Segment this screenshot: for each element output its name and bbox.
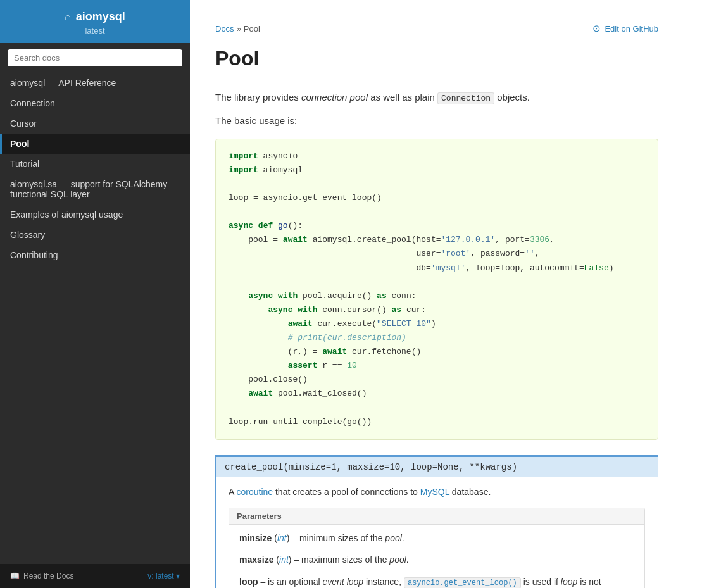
breadcrumb-separator: » [237, 24, 241, 34]
params-header: Parameters [229, 508, 644, 525]
rtd-logo: 📖 Read the Docs [10, 572, 73, 580]
coroutine-link[interactable]: coroutine [236, 487, 273, 497]
param-name-maxsize: maxsize [239, 554, 273, 565]
sidebar-version: latest [8, 26, 182, 35]
api-desc-mid: that creates a pool of connections to [273, 487, 420, 497]
mysql-link[interactable]: MySQL [420, 487, 449, 497]
params-list: minsize (int) – minimum sizes of the poo… [229, 525, 644, 588]
github-icon: ⊙ [592, 23, 601, 34]
param-type-maxsize: int [279, 554, 289, 565]
sidebar-item-contributing[interactable]: Contributing [0, 245, 190, 265]
edit-github-link[interactable]: ⊙ Edit on GitHub [592, 23, 658, 34]
sidebar-item-examples[interactable]: Examples of aiomysql usage [0, 204, 190, 225]
api-signature: create_pool(minsize=1, maxsize=10, loop=… [225, 462, 517, 472]
intro-paragraph: The library provides connection pool as … [215, 90, 658, 106]
api-body: A coroutine that creates a pool of conne… [216, 477, 658, 588]
param-desc-maxsize: – maximum sizes of the pool. [294, 554, 408, 565]
basic-usage-text: The basic usage is: [215, 113, 658, 128]
search-box-wrap [0, 43, 190, 73]
param-minsize: minsize (int) – minimum sizes of the poo… [239, 531, 634, 545]
sidebar-item-pool[interactable]: Pool [0, 134, 190, 154]
breadcrumb-left: Docs » Pool [215, 24, 260, 34]
param-code-loop: asyncio.get_event_loop() [404, 577, 521, 588]
content-wrap: Docs » Pool ⊙ Edit on GitHub Pool The li… [190, 0, 684, 588]
sidebar-nav: aiomysql — API Reference Connection Curs… [0, 73, 190, 265]
api-section: create_pool(minsize=1, maxsize=10, loop=… [215, 455, 658, 588]
sidebar-item-connection[interactable]: Connection [0, 93, 190, 113]
api-description: A coroutine that creates a pool of conne… [229, 485, 645, 499]
params-box: Parameters minsize (int) – minimum sizes… [229, 508, 645, 588]
version-badge[interactable]: v: latest ▾ [147, 572, 180, 580]
home-icon: ⌂ [65, 11, 71, 23]
param-desc-loop: – is an optional event loop instance, as… [239, 577, 601, 588]
param-type-minsize: int [277, 533, 287, 543]
param-name-loop: loop [239, 577, 258, 587]
intro-end: objects. [494, 92, 530, 103]
sidebar-title: aiomysql [76, 10, 125, 23]
sidebar-item-tutorial[interactable]: Tutorial [0, 154, 190, 174]
breadcrumb-current: Pool [244, 24, 260, 34]
param-name-minsize: minsize [239, 533, 272, 543]
breadcrumb-docs-link[interactable]: Docs [215, 24, 234, 34]
search-input[interactable] [8, 49, 182, 66]
version-text: v: latest [147, 572, 173, 580]
sidebar-logo-row: ⌂ aiomysql [8, 10, 182, 23]
sidebar-header: ⌂ aiomysql latest [0, 0, 190, 43]
book-icon: 📖 [10, 572, 20, 580]
sidebar-footer: 📖 Read the Docs v: latest ▾ [0, 564, 190, 588]
param-loop: loop – is an optional event loop instanc… [239, 575, 634, 588]
sidebar: ⌂ aiomysql latest aiomysql — API Referen… [0, 0, 190, 588]
api-desc-after: database. [449, 487, 491, 497]
intro-mid: as well as plain [368, 92, 437, 103]
sidebar-item-glossary[interactable]: Glossary [0, 225, 190, 245]
edit-github-label: Edit on GitHub [605, 24, 658, 34]
code-block: import asyncio import aiomysql loop = as… [215, 139, 658, 440]
intro-italic: connection pool [301, 92, 368, 103]
param-desc-minsize: – minimum sizes of the pool. [292, 533, 404, 543]
sidebar-item-api-reference[interactable]: aiomysql — API Reference [0, 73, 190, 93]
rtd-label: Read the Docs [23, 572, 73, 580]
main-content: Docs » Pool ⊙ Edit on GitHub Pool The li… [190, 0, 702, 588]
api-header: create_pool(minsize=1, maxsize=10, loop=… [216, 457, 658, 477]
chevron-down-icon: ▾ [176, 572, 180, 580]
sidebar-item-cursor[interactable]: Cursor [0, 113, 190, 134]
inline-code-connection: Connection [437, 92, 494, 104]
breadcrumb: Docs » Pool ⊙ Edit on GitHub [215, 13, 658, 34]
sidebar-item-sa[interactable]: aiomysql.sa — support for SQLAlchemy fun… [0, 174, 190, 204]
api-desc-before: A [229, 487, 236, 497]
intro-text-before: The library provides [215, 92, 301, 103]
page-title: Pool [215, 47, 658, 77]
param-maxsize: maxsize (int) – maximum sizes of the poo… [239, 553, 634, 566]
